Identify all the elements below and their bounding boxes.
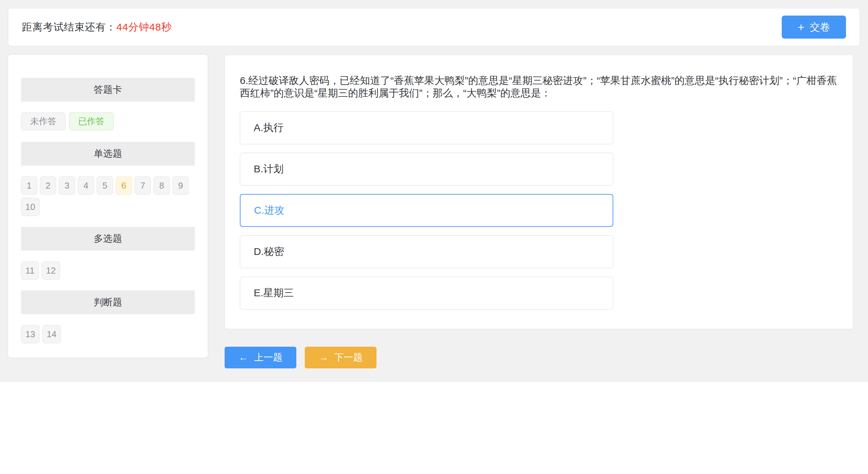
question-area: 6.经过破译敌人密码，已经知道了“香蕉苹果大鸭梨”的意思是“星期三秘密进攻”；“… — [225, 55, 860, 368]
question-number-2[interactable]: 2 — [40, 176, 56, 195]
question-text: 6.经过破译敌人密码，已经知道了“香蕉苹果大鸭梨”的意思是“星期三秘密进攻”；“… — [240, 74, 838, 99]
question-number-4[interactable]: 4 — [78, 176, 94, 195]
legend-answered-badge: 已作答 — [69, 112, 114, 130]
legend-unanswered-badge: 未作答 — [21, 112, 66, 130]
question-number-11[interactable]: 11 — [21, 261, 39, 280]
arrow-right-icon: → — [319, 353, 328, 362]
question-number-9[interactable]: 9 — [173, 176, 189, 195]
question-nav: ← 上一题 → 下一题 — [225, 347, 860, 368]
exam-page: 距离考试结束还有：44分钟48秒 + 交卷 答题卡 未作答 已作答 单选题 1 … — [0, 0, 868, 382]
previous-question-button[interactable]: ← 上一题 — [225, 347, 296, 368]
question-number-13[interactable]: 13 — [21, 325, 40, 343]
question-number-3[interactable]: 3 — [59, 176, 75, 195]
question-number-8[interactable]: 8 — [154, 176, 170, 195]
answer-card-panel: 答题卡 未作答 已作答 单选题 1 2 3 4 5 6 7 8 9 10 多选题… — [8, 55, 208, 358]
topbar: 距离考试结束还有：44分钟48秒 + 交卷 — [8, 8, 860, 46]
option-b-label: B.计划 — [254, 162, 283, 176]
option-a-label: A.执行 — [254, 121, 283, 135]
true-false-numbers: 13 14 — [21, 325, 195, 343]
option-d-label: D.秘密 — [254, 245, 284, 259]
plus-icon: + — [798, 21, 804, 33]
option-e[interactable]: E.星期三 — [240, 277, 613, 309]
option-e-label: E.星期三 — [254, 286, 294, 300]
question-number-5[interactable]: 5 — [97, 176, 113, 195]
question-number-12[interactable]: 12 — [42, 261, 60, 280]
option-c-selected[interactable]: C.进攻 — [240, 194, 613, 227]
option-b[interactable]: B.计划 — [240, 153, 613, 186]
section-title-true-false: 判断题 — [21, 290, 195, 314]
section-title-multi-choice: 多选题 — [21, 227, 195, 251]
single-choice-numbers: 1 2 3 4 5 6 7 8 9 10 — [21, 176, 195, 216]
answer-card-title: 答题卡 — [21, 78, 195, 102]
next-question-button[interactable]: → 下一题 — [305, 347, 376, 368]
option-c-label: C.进攻 — [254, 203, 284, 217]
previous-question-label: 上一题 — [254, 351, 282, 364]
question-number-7[interactable]: 7 — [135, 176, 151, 195]
arrow-left-icon: ← — [238, 353, 248, 362]
section-title-single-choice: 单选题 — [21, 142, 195, 166]
multi-choice-numbers: 11 12 — [21, 261, 195, 280]
submit-paper-label: 交卷 — [810, 20, 830, 34]
countdown-label: 距离考试结束还有： — [22, 21, 116, 33]
question-number-10[interactable]: 10 — [21, 198, 40, 216]
question-number-1[interactable]: 1 — [21, 176, 37, 195]
question-card: 6.经过破译敌人密码，已经知道了“香蕉苹果大鸭梨”的意思是“星期三秘密进攻”；“… — [225, 55, 853, 329]
answer-legend: 未作答 已作答 — [21, 112, 195, 130]
submit-paper-button[interactable]: + 交卷 — [782, 16, 846, 39]
option-d[interactable]: D.秘密 — [240, 235, 613, 268]
option-a[interactable]: A.执行 — [240, 111, 613, 144]
exam-countdown: 距离考试结束还有：44分钟48秒 — [22, 20, 172, 34]
countdown-value: 44分钟48秒 — [116, 21, 172, 33]
question-number-14[interactable]: 14 — [42, 325, 61, 343]
options-list: A.执行 B.计划 C.进攻 D.秘密 E.星期三 — [240, 111, 838, 309]
next-question-label: 下一题 — [334, 351, 363, 364]
question-number-6-current[interactable]: 6 — [116, 176, 132, 195]
